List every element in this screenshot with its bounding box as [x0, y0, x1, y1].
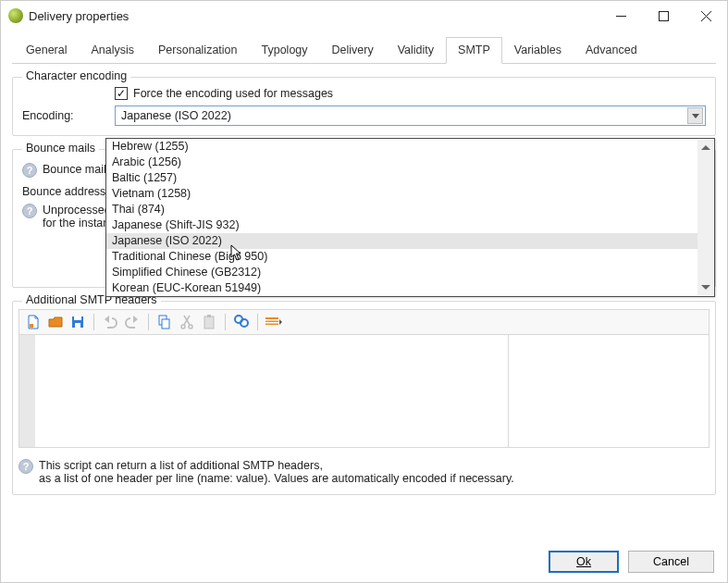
open-icon[interactable]	[47, 314, 64, 330]
svg-rect-12	[204, 316, 214, 329]
help-icon[interactable]: ?	[22, 163, 37, 178]
editor-toolbar	[19, 309, 709, 334]
maximize-button[interactable]	[642, 2, 685, 30]
svg-rect-1	[659, 11, 668, 20]
encoding-option[interactable]: Simplified Chinese (GB2312)	[106, 265, 698, 280]
group-additional-smtp-headers: Additional SMTP headers	[12, 301, 716, 495]
encoding-option[interactable]: Hebrew (1255)	[106, 139, 698, 155]
svg-point-10	[181, 325, 185, 329]
paste-icon[interactable]	[201, 314, 217, 330]
scroll-up-icon[interactable]	[697, 140, 713, 155]
encoding-option[interactable]: Arabic (1256)	[106, 155, 698, 170]
smtp-headers-editor[interactable]	[19, 334, 709, 448]
footer-note-line2: as a list of one header per line (name: …	[39, 472, 514, 485]
tab-analysis[interactable]: Analysis	[79, 37, 146, 64]
encoding-option[interactable]: Japanese (Shift-JIS 932)	[106, 217, 698, 233]
svg-point-15	[241, 319, 248, 327]
file-icon[interactable]	[25, 314, 42, 330]
editor-gutter	[19, 335, 35, 447]
group-bounce-mails: Bounce mails ? Bounce mails Bounce addre…	[12, 149, 716, 288]
encoding-selected-value: Japanese (ISO 2022)	[121, 109, 231, 122]
unprocessed-text-1: Unprocessed	[43, 204, 111, 217]
cancel-button[interactable]: Cancel	[628, 551, 714, 573]
scrollbar[interactable]	[697, 140, 713, 295]
help-icon[interactable]: ?	[22, 204, 37, 218]
copy-icon[interactable]	[156, 314, 173, 330]
ok-button[interactable]: Ok	[549, 551, 619, 573]
tab-bar: GeneralAnalysisPersonalizationTypologyDe…	[12, 36, 716, 64]
svg-rect-6	[74, 316, 81, 320]
tab-variables[interactable]: Variables	[502, 37, 574, 64]
svg-point-11	[189, 325, 192, 329]
redo-icon[interactable]	[124, 314, 141, 330]
bounce-address-label: Bounce address:	[22, 185, 109, 198]
tab-advanced[interactable]: Advanced	[574, 37, 649, 64]
tab-validity[interactable]: Validity	[386, 37, 446, 64]
tab-delivery[interactable]: Delivery	[320, 37, 386, 64]
save-icon[interactable]	[69, 314, 86, 330]
encoding-label: Encoding:	[22, 109, 107, 122]
help-icon[interactable]: ?	[19, 459, 33, 474]
chevron-down-icon[interactable]	[687, 107, 703, 124]
svg-rect-9	[162, 319, 169, 329]
svg-rect-17	[265, 319, 278, 321]
encoding-option[interactable]: Japanese (ISO 2022)	[106, 233, 698, 249]
scroll-down-icon[interactable]	[697, 279, 713, 295]
editor-right-pane	[509, 335, 709, 447]
encoding-select[interactable]: Japanese (ISO 2022)	[115, 105, 706, 126]
force-encoding-checkbox[interactable]	[115, 87, 128, 100]
svg-rect-4	[30, 324, 33, 328]
unprocessed-text-2: for the instan	[43, 217, 111, 229]
svg-rect-7	[75, 323, 80, 328]
encoding-option[interactable]: Traditional Chinese (Big5 950)	[106, 249, 698, 265]
encoding-option[interactable]: Korean (EUC-Korean 51949)	[106, 280, 698, 296]
svg-rect-18	[265, 322, 278, 324]
tab-personalization[interactable]: Personalization	[146, 37, 249, 64]
legend-bounce-mails: Bounce mails	[22, 142, 99, 155]
find-icon[interactable]	[233, 314, 250, 330]
legend-character-encoding: Character encoding	[22, 69, 130, 82]
force-encoding-label: Force the encoding used for messages	[133, 87, 333, 100]
encoding-option[interactable]: Thai (874)	[106, 202, 698, 217]
highlight-icon[interactable]	[265, 314, 282, 330]
encoding-dropdown-list[interactable]: Hebrew (1255)Arabic (1256)Baltic (1257)V…	[105, 138, 715, 297]
app-icon	[8, 8, 23, 23]
encoding-option[interactable]: Vietnam (1258)	[106, 186, 698, 202]
group-character-encoding: Character encoding Force the encoding us…	[12, 77, 716, 136]
cut-icon[interactable]	[179, 314, 195, 330]
tab-general[interactable]: General	[14, 37, 79, 64]
svg-rect-16	[265, 317, 278, 325]
minimize-button[interactable]	[599, 2, 642, 30]
svg-rect-13	[207, 315, 211, 317]
close-button[interactable]	[685, 2, 727, 30]
encoding-option[interactable]: Baltic (1257)	[106, 170, 698, 186]
editor-body[interactable]	[35, 335, 509, 447]
tab-typology[interactable]: Typology	[250, 37, 320, 64]
footer-note-line1: This script can return a list of additio…	[39, 459, 514, 472]
tab-smtp[interactable]: SMTP	[446, 37, 502, 64]
bounce-management-label: Bounce mails	[43, 163, 112, 176]
undo-icon[interactable]	[102, 314, 118, 330]
window-title: Delivery properties	[29, 9, 599, 23]
